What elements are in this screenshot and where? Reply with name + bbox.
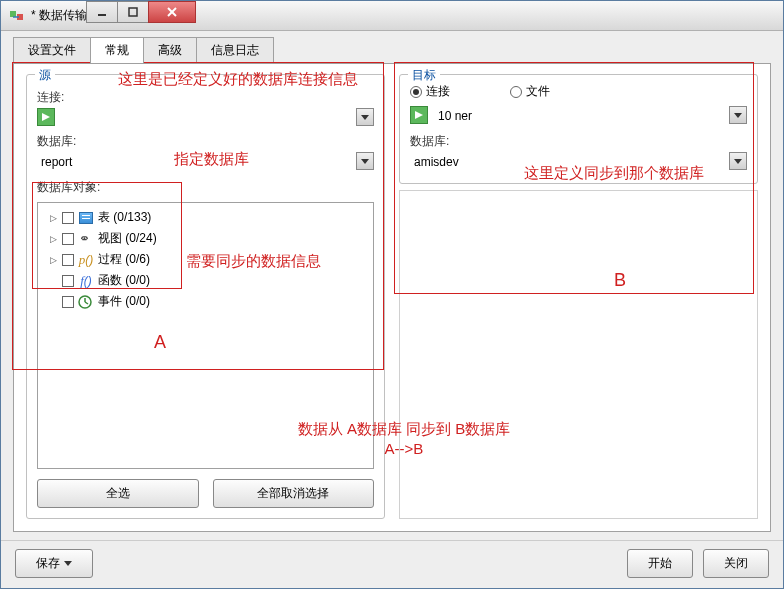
svg-line-8 bbox=[85, 302, 88, 304]
db-connection-icon bbox=[410, 106, 428, 124]
save-button[interactable]: 保存 bbox=[15, 549, 93, 578]
tree-item-tables[interactable]: 表 (0/133) bbox=[42, 207, 369, 228]
source-fieldset: 源 连接: 数据库: report 数据库对象: bbox=[26, 74, 385, 519]
start-label: 开始 bbox=[648, 555, 672, 572]
tree-label: 表 (0/133) bbox=[98, 209, 151, 226]
radio-label: 文件 bbox=[526, 83, 550, 100]
tree-item-procedures[interactable]: p() 过程 (0/6) bbox=[42, 249, 369, 270]
radio-file[interactable]: 文件 bbox=[510, 83, 550, 100]
close-label: 关闭 bbox=[724, 555, 748, 572]
checkbox[interactable] bbox=[62, 275, 74, 287]
expand-icon[interactable] bbox=[48, 213, 58, 223]
tab-settings-file[interactable]: 设置文件 bbox=[13, 37, 91, 63]
source-db-select[interactable]: report bbox=[37, 152, 374, 173]
target-conn-value: 10 ner bbox=[434, 106, 729, 126]
deselect-all-button[interactable]: 全部取消选择 bbox=[213, 479, 375, 508]
target-type-radio: 连接 文件 bbox=[410, 83, 747, 100]
source-db-value: report bbox=[37, 152, 356, 172]
source-column: 源 连接: 数据库: report 数据库对象: bbox=[26, 74, 385, 519]
target-column: 目标 连接 文件 10 bbox=[399, 74, 758, 519]
tree-label: 事件 (0/0) bbox=[98, 293, 150, 310]
tree-label: 视图 (0/24) bbox=[98, 230, 157, 247]
tab-content: 源 连接: 数据库: report 数据库对象: bbox=[13, 63, 771, 532]
app-window: * 数据传输 设置文件 常规 高级 信息日志 源 连接: bbox=[0, 0, 784, 589]
minimize-button[interactable] bbox=[86, 1, 118, 23]
tree-item-views[interactable]: ᯣ 视图 (0/24) bbox=[42, 228, 369, 249]
source-conn-select[interactable] bbox=[37, 108, 374, 127]
checkbox[interactable] bbox=[62, 212, 74, 224]
target-db-value: amisdev bbox=[410, 152, 729, 172]
tab-bar: 设置文件 常规 高级 信息日志 bbox=[1, 31, 783, 63]
source-legend: 源 bbox=[35, 67, 55, 84]
source-conn-value bbox=[61, 108, 356, 126]
expand-icon bbox=[48, 297, 58, 307]
function-icon: f() bbox=[78, 274, 94, 288]
tab-log[interactable]: 信息日志 bbox=[196, 37, 274, 63]
radio-label: 连接 bbox=[426, 83, 450, 100]
target-legend: 目标 bbox=[408, 67, 440, 84]
checkbox[interactable] bbox=[62, 233, 74, 245]
expand-icon[interactable] bbox=[48, 234, 58, 244]
close-button[interactable] bbox=[148, 1, 196, 23]
expand-icon[interactable] bbox=[48, 255, 58, 265]
columns: 源 连接: 数据库: report 数据库对象: bbox=[26, 74, 758, 519]
source-obj-label: 数据库对象: bbox=[37, 179, 374, 196]
tree-label: 过程 (0/6) bbox=[98, 251, 150, 268]
event-icon bbox=[78, 295, 94, 309]
svg-rect-0 bbox=[10, 11, 16, 17]
db-connection-icon bbox=[37, 108, 55, 126]
chevron-down-icon bbox=[64, 561, 72, 566]
radio-connection[interactable]: 连接 bbox=[410, 83, 450, 100]
object-tree[interactable]: 表 (0/133) ᯣ 视图 (0/24) p() 过程 bbox=[37, 202, 374, 469]
select-buttons: 全选 全部取消选择 bbox=[37, 479, 374, 508]
target-fieldset: 目标 连接 文件 10 bbox=[399, 74, 758, 184]
chevron-down-icon[interactable] bbox=[356, 152, 374, 170]
save-label: 保存 bbox=[36, 555, 60, 572]
source-db-label: 数据库: bbox=[37, 133, 374, 150]
target-conn-select[interactable]: 10 ner bbox=[410, 106, 747, 127]
chevron-down-icon[interactable] bbox=[729, 152, 747, 170]
tab-advanced[interactable]: 高级 bbox=[143, 37, 197, 63]
table-icon bbox=[78, 211, 94, 225]
select-all-button[interactable]: 全选 bbox=[37, 479, 199, 508]
procedure-icon: p() bbox=[78, 253, 94, 267]
target-placeholder bbox=[399, 190, 758, 519]
maximize-button[interactable] bbox=[117, 1, 149, 23]
close-dialog-button[interactable]: 关闭 bbox=[703, 549, 769, 578]
expand-icon bbox=[48, 276, 58, 286]
window-buttons bbox=[87, 1, 196, 23]
view-icon: ᯣ bbox=[78, 232, 94, 246]
target-db-select[interactable]: amisdev bbox=[410, 152, 747, 173]
chevron-down-icon[interactable] bbox=[356, 108, 374, 126]
tab-general[interactable]: 常规 bbox=[90, 37, 144, 63]
checkbox[interactable] bbox=[62, 254, 74, 266]
chevron-down-icon[interactable] bbox=[729, 106, 747, 124]
target-db-label: 数据库: bbox=[410, 133, 747, 150]
bottom-bar: 保存 开始 关闭 bbox=[1, 540, 783, 588]
tree-label: 函数 (0/0) bbox=[98, 272, 150, 289]
tree-item-functions[interactable]: f() 函数 (0/0) bbox=[42, 270, 369, 291]
titlebar-title: * 数据传输 bbox=[31, 7, 87, 24]
radio-icon bbox=[510, 86, 522, 98]
titlebar: * 数据传输 bbox=[1, 1, 783, 31]
tree-item-events[interactable]: 事件 (0/0) bbox=[42, 291, 369, 312]
start-button[interactable]: 开始 bbox=[627, 549, 693, 578]
source-conn-label: 连接: bbox=[37, 89, 374, 106]
svg-rect-3 bbox=[129, 8, 137, 16]
app-icon bbox=[9, 8, 25, 24]
radio-icon bbox=[410, 86, 422, 98]
checkbox[interactable] bbox=[62, 296, 74, 308]
